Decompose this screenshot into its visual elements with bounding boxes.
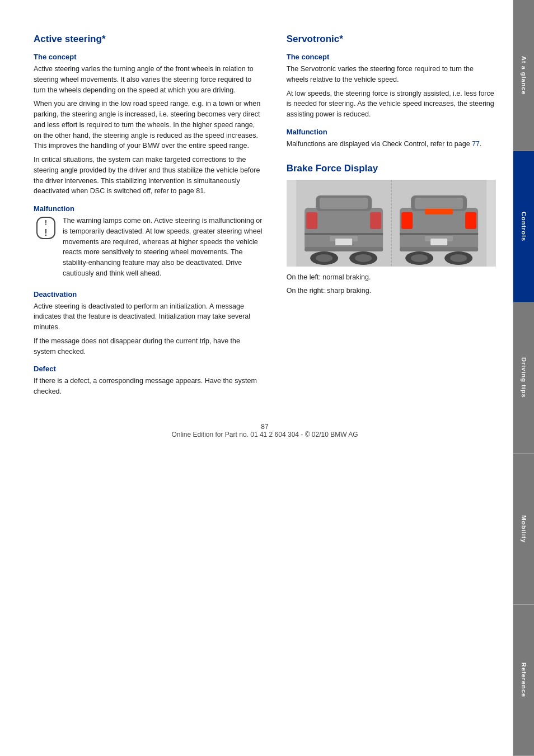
- brake-force-image: [287, 180, 496, 267]
- svg-point-13: [355, 254, 372, 262]
- page-number: 87: [261, 423, 268, 431]
- svg-point-11: [316, 254, 332, 262]
- right-column: Servotronic* The concept The Servotronic…: [287, 34, 496, 400]
- svg-rect-23: [400, 247, 478, 251]
- sidebar-tab-at-a-glance[interactable]: At a glance: [513, 0, 534, 151]
- sidebar-tab-reference[interactable]: Reference: [513, 605, 534, 756]
- active-steering-concept-heading: The concept: [34, 53, 264, 61]
- warning-icon-bottom: !: [36, 228, 55, 239]
- svg-rect-17: [400, 233, 478, 235]
- active-steering-malfunction-heading: Malfunction: [34, 204, 264, 213]
- active-steering-concept-p3: In critical situations, the system can m…: [34, 155, 264, 197]
- active-steering-concept-p1: Active steering varies the turning angle…: [34, 64, 264, 95]
- two-column-layout: Active steering* The concept Active stee…: [34, 34, 496, 400]
- defect-heading: Defect: [34, 365, 264, 373]
- svg-rect-9: [305, 247, 383, 251]
- servotronic-concept-heading: The concept: [287, 53, 496, 61]
- page-wrapper: Active steering* The concept Active stee…: [0, 0, 534, 756]
- svg-rect-19: [465, 212, 476, 229]
- brake-force-section: Brake Force Display: [287, 163, 496, 297]
- servotronic-concept-p1: The Servotronic varies the steering forc…: [287, 64, 496, 85]
- svg-rect-20: [425, 209, 453, 214]
- page-link-77: 77: [472, 140, 480, 148]
- svg-rect-3: [320, 198, 368, 209]
- deactivation-p2: If the message does not disappear during…: [34, 336, 264, 357]
- warning-icon-top: !: [36, 217, 55, 228]
- main-content: Active steering* The concept Active stee…: [0, 0, 513, 756]
- servotronic-title: Servotronic*: [287, 34, 496, 45]
- active-steering-concept-p2: When you are driving in the low road spe…: [34, 99, 264, 151]
- servotronic-malfunction-heading: Malfunction: [287, 128, 496, 136]
- defect-text: If there is a defect, a corresponding me…: [34, 376, 264, 397]
- brake-caption-right: On the right: sharp braking.: [287, 286, 496, 296]
- sidebar: At a glance Controls Driving tips Mobili…: [513, 0, 534, 756]
- svg-rect-16: [415, 198, 463, 209]
- sidebar-tab-driving-tips[interactable]: Driving tips: [513, 302, 534, 454]
- brake-caption-left: On the left: normal braking.: [287, 272, 496, 283]
- malfunction-box: ! ! The warning lamps come on. Active st…: [34, 216, 264, 282]
- left-column: Active steering* The concept Active stee…: [34, 34, 270, 400]
- brake-force-title: Brake Force Display: [287, 163, 496, 174]
- sidebar-tab-controls[interactable]: Controls: [513, 151, 534, 302]
- servotronic-malfunction-text: Malfunctions are displayed via Check Con…: [287, 139, 496, 150]
- svg-rect-18: [401, 212, 413, 229]
- active-steering-title: Active steering*: [34, 34, 264, 45]
- deactivation-heading: Deactivation: [34, 290, 264, 298]
- page-footer: 87 Online Edition for Part no. 01 41 2 6…: [34, 423, 496, 450]
- warning-icon: ! !: [34, 217, 58, 282]
- svg-rect-6: [370, 212, 381, 229]
- footer-text: Online Edition for Part no. 01 41 2 604 …: [171, 431, 358, 438]
- svg-rect-4: [305, 233, 383, 235]
- svg-rect-8: [335, 239, 352, 245]
- deactivation-p1: Active steering is deactivated to perfor…: [34, 301, 264, 333]
- svg-point-25: [411, 254, 428, 262]
- servotronic-concept-p2: At low speeds, the steering force is str…: [287, 88, 496, 120]
- sidebar-tab-mobility[interactable]: Mobility: [513, 454, 534, 605]
- brake-force-svg: [287, 180, 496, 267]
- svg-point-27: [450, 254, 467, 262]
- svg-rect-5: [306, 212, 317, 229]
- malfunction-text: The warning lamps come on. Active steeri…: [63, 216, 264, 279]
- svg-rect-22: [430, 239, 447, 245]
